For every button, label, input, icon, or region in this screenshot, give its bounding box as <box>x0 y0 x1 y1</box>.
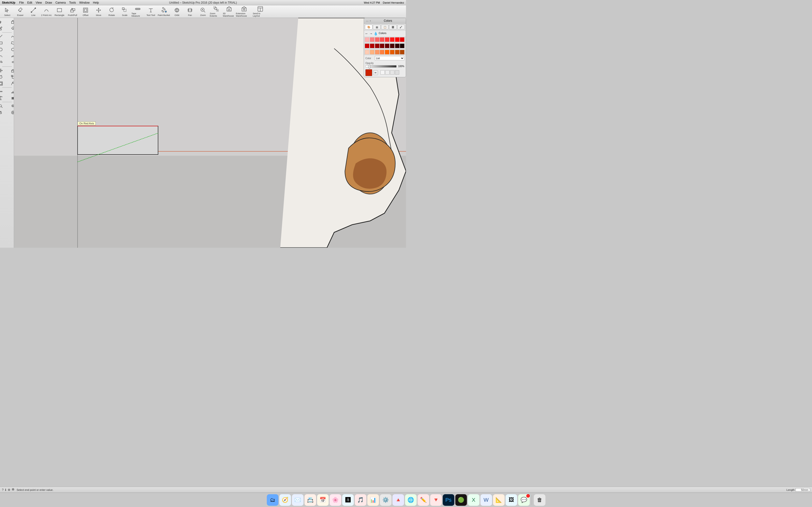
sidebar-move[interactable] <box>0 67 7 74</box>
sidebar-component[interactable] <box>7 19 14 25</box>
sidebar-scale[interactable] <box>7 74 14 80</box>
color-box-1[interactable] <box>380 70 385 74</box>
swatch-2[interactable] <box>370 38 374 42</box>
sidebar-erase[interactable] <box>7 25 14 32</box>
sidebar-pie[interactable] <box>0 59 7 66</box>
swatch-12[interactable] <box>380 44 384 48</box>
sidebar-text[interactable] <box>0 95 7 101</box>
tool-move[interactable]: Move <box>92 6 105 17</box>
color-box-3[interactable] <box>390 70 394 74</box>
menu-camera[interactable]: Camera <box>55 1 66 4</box>
menu-view[interactable]: View <box>36 1 42 4</box>
tool-rotate[interactable]: Rotate <box>105 6 118 17</box>
swatch-21[interactable] <box>385 50 389 54</box>
sidebar-paint[interactable] <box>0 25 7 32</box>
tool-select[interactable]: Select <box>1 6 13 17</box>
panel-minimize-btn[interactable]: — <box>366 19 368 22</box>
menu-file[interactable]: File <box>19 1 24 4</box>
tool-scale[interactable]: Scale <box>118 6 131 17</box>
sidebar-rotate[interactable] <box>0 74 7 80</box>
sidebar-arc[interactable] <box>0 53 7 59</box>
tool-tape[interactable]: Tape Measure <box>132 6 144 17</box>
swatch-1[interactable] <box>365 38 369 42</box>
tab-color-crayons[interactable]: 🖍 <box>397 24 405 30</box>
sidebar-zoom[interactable] <box>0 103 7 109</box>
swatch-4[interactable] <box>380 38 384 42</box>
swatch-3[interactable] <box>375 38 379 42</box>
tab-color-image[interactable]: 🖼 <box>389 24 397 30</box>
sidebar-line[interactable] <box>0 33 7 40</box>
sidebar-polygon[interactable] <box>7 46 14 53</box>
swatch-8[interactable] <box>400 38 404 42</box>
swatch-14[interactable] <box>390 44 394 48</box>
tool-pan[interactable]: Pan <box>184 6 196 17</box>
swatch-19[interactable] <box>375 50 379 54</box>
swatch-11[interactable] <box>375 44 379 48</box>
sidebar-select[interactable] <box>0 19 7 25</box>
tool-zoom-extents[interactable]: Zoom Extents <box>210 6 222 17</box>
sidebar-freehand[interactable] <box>7 33 14 40</box>
sidebar-helix[interactable] <box>7 59 14 66</box>
swatch-5[interactable] <box>385 38 389 42</box>
tool-pushpull[interactable]: Push/Pull <box>66 6 79 17</box>
sidebar-circle[interactable] <box>0 46 7 53</box>
sidebar-follow[interactable] <box>7 80 14 87</box>
panel-zoom-btn[interactable]: + <box>369 19 371 22</box>
swatch-10[interactable] <box>370 44 374 48</box>
swatch-6[interactable] <box>390 38 394 42</box>
swatch-7[interactable] <box>395 38 400 42</box>
sidebar-arc2[interactable] <box>7 53 14 59</box>
swatch-20[interactable] <box>380 50 384 54</box>
color-action-prev-icon[interactable]: ← <box>365 32 368 36</box>
menu-help[interactable]: Help <box>93 1 99 4</box>
color-action-next-icon[interactable]: → <box>369 32 373 36</box>
menu-edit[interactable]: Edit <box>27 1 33 4</box>
sidebar-protractor[interactable] <box>7 89 14 95</box>
swatch-17[interactable] <box>365 50 369 54</box>
tab-color-sliders[interactable]: ▤ <box>373 24 380 30</box>
tool-zoom[interactable]: Zoom <box>197 6 209 17</box>
canvas-area[interactable]: On Red Axis — + Colors 🎨 ▤ 📋 <box>14 18 406 248</box>
tool-orbit[interactable]: Orbit <box>170 6 183 17</box>
sidebar-rotated-rect[interactable] <box>7 40 14 46</box>
sidebar-tape[interactable] <box>0 89 7 95</box>
sidebar-offset[interactable] <box>0 80 7 87</box>
tool-eraser[interactable]: Eraser <box>14 6 27 17</box>
sidebar-lookaround[interactable] <box>7 109 14 116</box>
sidebar-rect[interactable] <box>0 40 7 46</box>
sidebar-3d-text[interactable]: 3D <box>7 95 14 101</box>
zoom-icon <box>200 7 206 13</box>
tool-rectangle[interactable]: Rectangle <box>53 6 66 17</box>
color-box-2[interactable] <box>385 70 390 74</box>
color-action-eyedrop-icon[interactable]: 💧 <box>373 32 378 36</box>
tool-3d-warehouse[interactable]: 3D Warehouse <box>223 6 236 17</box>
swatch-15[interactable] <box>395 44 400 48</box>
app-name[interactable]: SketchUp <box>2 1 15 4</box>
tool-paint[interactable]: Paint Bucket <box>158 6 170 17</box>
swatch-23[interactable] <box>395 50 400 54</box>
swatch-13[interactable] <box>385 44 389 48</box>
color-list-select[interactable]: List <box>375 56 404 60</box>
swatch-24[interactable] <box>400 50 404 54</box>
eyedropper-btn[interactable]: ✏ <box>373 70 378 75</box>
menu-window[interactable]: Window <box>79 1 90 4</box>
color-box-4[interactable] <box>395 70 399 74</box>
sidebar-pushpull[interactable] <box>7 67 14 74</box>
swatch-9[interactable] <box>365 44 369 48</box>
tool-send-layout[interactable]: Send to LayOut <box>253 6 268 17</box>
tool-text[interactable]: Text Tool <box>145 6 157 17</box>
menu-draw[interactable]: Draw <box>45 1 52 4</box>
tab-color-wheel[interactable]: 🎨 <box>365 24 372 30</box>
tool-2pt-arc[interactable]: 2 Point Arc <box>40 6 53 17</box>
tool-ext-warehouse[interactable]: Extension Warehouse <box>236 6 252 17</box>
swatch-16[interactable] <box>400 44 404 48</box>
tool-line[interactable]: Line <box>27 6 40 17</box>
sidebar-walkthrough[interactable] <box>0 109 7 116</box>
swatch-22[interactable] <box>390 50 394 54</box>
menu-tools[interactable]: Tools <box>69 1 76 4</box>
swatch-18[interactable] <box>370 50 374 54</box>
opacity-slider[interactable] <box>365 65 397 68</box>
tool-offset[interactable]: Offset <box>79 6 92 17</box>
sidebar-zoom2[interactable] <box>7 103 14 109</box>
tab-color-list[interactable]: 📋 <box>381 24 389 30</box>
